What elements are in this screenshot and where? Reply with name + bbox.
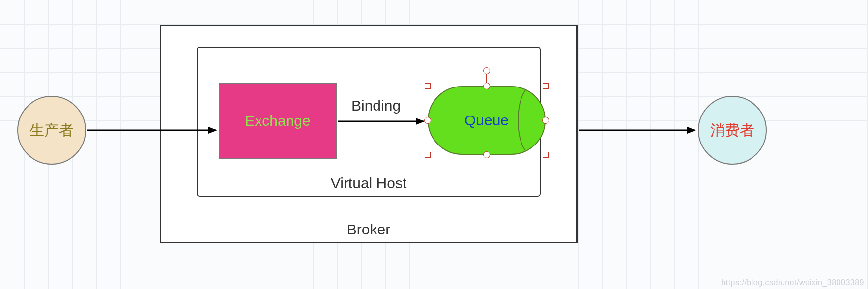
broker-label: Broker [347,221,390,238]
exchange-node[interactable]: Exchange [219,83,337,159]
resize-handle-n-icon[interactable] [483,83,490,89]
resize-handle-w-icon[interactable] [424,117,431,124]
resize-handle-se-icon[interactable] [543,152,549,158]
resize-handle-nw-icon[interactable] [425,83,431,89]
resize-handle-ne-icon[interactable] [543,83,549,89]
watermark-text: https://blog.csdn.net/weixin_38003389 [721,278,864,287]
queue-label: Queue [464,112,509,129]
queue-node-selected[interactable]: Queue [428,86,546,155]
diagram-canvas: Broker Virtual Host Exchange Binding Que… [0,0,868,289]
resize-handle-e-icon[interactable] [542,117,549,124]
queue-cylinder: Queue [428,86,546,155]
producer-node[interactable]: 生产者 [17,96,86,165]
resize-handle-sw-icon[interactable] [425,152,431,158]
consumer-node[interactable]: 消费者 [698,96,767,165]
binding-label: Binding [351,97,401,114]
exchange-label: Exchange [245,113,310,129]
virtual-host-label: Virtual Host [331,175,407,192]
producer-label: 生产者 [29,120,74,141]
resize-handle-s-icon[interactable] [483,151,490,158]
consumer-label: 消费者 [710,120,754,141]
rotation-handle-icon[interactable] [483,67,490,74]
